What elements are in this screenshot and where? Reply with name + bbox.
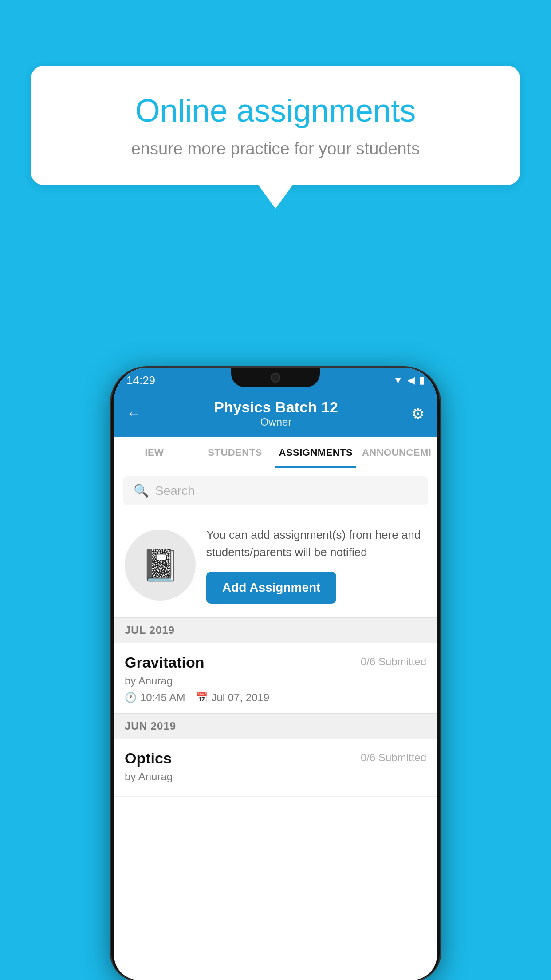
assignment-meta-gravitation: 🕐 10:45 AM 📅 Jul 07, 2019 — [125, 692, 426, 704]
assignment-name-optics: Optics — [125, 750, 172, 767]
back-button[interactable]: ← — [126, 405, 141, 422]
clock-icon: 🕐 — [125, 692, 137, 703]
status-icons: ▼ ◀ ▮ — [393, 375, 425, 386]
tab-assignments[interactable]: ASSIGNMENTS — [275, 437, 356, 468]
assignment-time: 🕐 10:45 AM — [125, 692, 185, 704]
assignment-by-optics: by Anurag — [125, 771, 426, 783]
status-time: 14:29 — [126, 374, 155, 387]
owner-label: Owner — [214, 416, 338, 428]
promo-description: You can add assignment(s) from here and … — [206, 526, 426, 561]
app-header: ← Physics Batch 12 Owner ⚙ — [114, 391, 437, 437]
camera-icon — [271, 373, 280, 383]
tab-bar: IEW STUDENTS ASSIGNMENTS ANNOUNCEMI — [114, 437, 437, 468]
calendar-icon: 📅 — [196, 692, 208, 703]
assignment-by-gravitation: by Anurag — [125, 675, 426, 687]
promo-icon-circle: 📓 — [125, 530, 196, 601]
assignment-date: 📅 Jul 07, 2019 — [196, 692, 269, 704]
tab-iew[interactable]: IEW — [114, 437, 195, 468]
assignment-gravitation[interactable]: Gravitation 0/6 Submitted by Anurag 🕐 10… — [114, 643, 437, 713]
submitted-count-gravitation: 0/6 Submitted — [361, 656, 426, 668]
time-value: 10:45 AM — [140, 692, 185, 704]
search-placeholder: Search — [155, 484, 195, 498]
promo-text-block: You can add assignment(s) from here and … — [206, 526, 426, 604]
section-header-text-jul: JUL 2019 — [125, 624, 175, 636]
tab-announcements[interactable]: ANNOUNCEMI — [356, 437, 437, 468]
tab-students[interactable]: STUDENTS — [195, 437, 276, 468]
assignment-row-top: Gravitation 0/6 Submitted — [125, 654, 426, 671]
assignment-name-gravitation: Gravitation — [125, 654, 204, 671]
speech-bubble-wrapper: Online assignments ensure more practice … — [31, 66, 520, 209]
wifi-icon: ▼ — [393, 375, 403, 386]
submitted-count-optics: 0/6 Submitted — [361, 751, 426, 764]
phone-frame: 14:29 ▼ ◀ ▮ ← Physics Batch 12 Owner ⚙ I… — [111, 368, 440, 980]
speech-bubble-title: Online assignments — [62, 92, 489, 129]
promo-section: 📓 You can add assignment(s) from here an… — [114, 513, 437, 617]
battery-icon: ▮ — [419, 375, 425, 386]
search-bar-wrapper: 🔍 Search — [114, 468, 437, 513]
settings-button[interactable]: ⚙ — [411, 405, 425, 423]
section-header-text-jun: JUN 2019 — [125, 720, 176, 732]
speech-bubble: Online assignments ensure more practice … — [31, 66, 520, 185]
assignment-optics[interactable]: Optics 0/6 Submitted by Anurag — [114, 739, 437, 797]
date-value: Jul 07, 2019 — [211, 692, 269, 704]
batch-title: Physics Batch 12 — [214, 399, 338, 416]
header-center: Physics Batch 12 Owner — [214, 399, 338, 428]
search-icon: 🔍 — [134, 483, 149, 498]
section-jul-2019: JUL 2019 — [114, 617, 437, 643]
section-jun-2019: JUN 2019 — [114, 713, 437, 739]
assignment-row-top-optics: Optics 0/6 Submitted — [125, 750, 426, 767]
search-bar[interactable]: 🔍 Search — [123, 476, 428, 505]
add-assignment-button[interactable]: Add Assignment — [206, 572, 336, 604]
speech-bubble-subtitle: ensure more practice for your students — [62, 139, 489, 158]
notebook-icon: 📓 — [141, 547, 180, 583]
signal-icon: ◀ — [407, 375, 415, 386]
speech-bubble-tail — [258, 184, 293, 209]
phone-screen: 14:29 ▼ ◀ ▮ ← Physics Batch 12 Owner ⚙ I… — [114, 368, 437, 980]
